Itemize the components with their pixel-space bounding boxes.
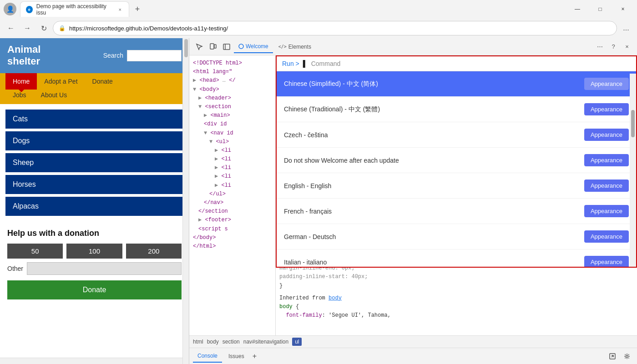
amount-50-button[interactable]: 50 bbox=[7, 244, 63, 259]
appearance-button-french[interactable]: Appearance bbox=[584, 205, 629, 217]
command-item-chinese-traditional[interactable]: Chinese (Traditional) - 中文 (繁體) Appearan… bbox=[277, 97, 636, 122]
breadcrumb-html[interactable]: html bbox=[193, 339, 203, 345]
html-line-ul-close: </ul> bbox=[191, 190, 273, 199]
inspect-element-icon[interactable] bbox=[193, 40, 206, 53]
shelter-nav-row1: Home Adopt a Pet Donate bbox=[0, 73, 189, 90]
other-amount-input[interactable] bbox=[27, 262, 182, 275]
appearance-button-czech[interactable]: Appearance bbox=[584, 129, 629, 141]
more-devtools-options-icon[interactable]: ⋯ bbox=[593, 40, 606, 53]
other-row: Other bbox=[7, 262, 182, 275]
minimize-button[interactable]: — bbox=[567, 1, 588, 17]
edge-logo-icon: e bbox=[26, 6, 33, 13]
nav-home[interactable]: Home bbox=[5, 73, 37, 90]
command-label-chinese-simplified: Chinese (Simplified) - 中文 (简体) bbox=[284, 80, 378, 88]
appearance-button-no-welcome[interactable]: Appearance bbox=[584, 154, 629, 166]
shelter-title: Animal shelter bbox=[7, 44, 40, 68]
address-bar[interactable]: 🔒 https://microsoftedge.github.io/Demos/… bbox=[53, 21, 617, 35]
html-panel: <!DOCTYPE html> <html lang=" ▶ <head> … … bbox=[189, 55, 276, 335]
command-item-english[interactable]: English - English Appearance bbox=[277, 173, 636, 199]
webpage-vertical-scrollbar[interactable] bbox=[182, 38, 189, 364]
console-tab-console[interactable]: Console bbox=[193, 350, 222, 363]
command-item-french[interactable]: French - français Appearance bbox=[277, 199, 636, 224]
nav-about[interactable]: About Us bbox=[34, 90, 75, 100]
active-tab[interactable]: e Demo page with accessibility issu × bbox=[20, 1, 129, 17]
styles-font-family-line: font-family: 'Segoe UI', Tahoma, bbox=[279, 311, 633, 320]
donate-button[interactable]: Donate bbox=[7, 280, 182, 299]
shelter-nav-row2: Jobs About Us bbox=[0, 90, 189, 104]
add-panel-button[interactable]: + bbox=[253, 352, 257, 360]
appearance-button-chinese-simplified[interactable]: Appearance bbox=[584, 78, 629, 90]
sidebar-icon[interactable] bbox=[220, 40, 233, 53]
animal-item-dogs[interactable]: Dogs bbox=[5, 131, 183, 150]
close-window-button[interactable]: × bbox=[612, 1, 633, 17]
help-devtools-icon[interactable]: ? bbox=[607, 40, 620, 53]
command-label-english: English - English bbox=[284, 182, 331, 189]
close-devtools-icon[interactable]: × bbox=[621, 40, 633, 53]
command-item-no-welcome[interactable]: Do not show Welcome after each update Ap… bbox=[277, 148, 636, 173]
amount-200-button[interactable]: 200 bbox=[126, 244, 182, 259]
animal-item-sheep[interactable]: Sheep bbox=[5, 153, 183, 172]
nav-donate[interactable]: Donate bbox=[85, 73, 120, 90]
html-line-body-close: </body> bbox=[191, 234, 273, 242]
command-palette-scrollbar[interactable] bbox=[630, 74, 636, 267]
command-item-italian[interactable]: Italian - italiano Appearance bbox=[277, 249, 636, 267]
more-options-button[interactable]: ... bbox=[619, 21, 633, 35]
close-tab-button[interactable]: × bbox=[116, 6, 123, 13]
styles-body-link[interactable]: body bbox=[329, 295, 342, 301]
nav-bar-right: ... bbox=[619, 21, 633, 35]
breadcrumb-body[interactable]: body bbox=[207, 339, 219, 345]
search-input[interactable] bbox=[127, 50, 182, 61]
command-label-italian: Italian - italiano bbox=[284, 259, 327, 266]
settings-icon[interactable] bbox=[621, 350, 633, 363]
scroll-thumb bbox=[184, 39, 188, 57]
refresh-button[interactable]: ↻ bbox=[36, 21, 51, 35]
styles-inherited-label: Inherited from body bbox=[279, 294, 633, 303]
browser-chrome: 👤 e Demo page with accessibility issu × … bbox=[0, 0, 637, 38]
breadcrumb-nav[interactable]: nav#sitenavigation bbox=[243, 339, 288, 345]
html-line-section: ▼ <section bbox=[191, 103, 273, 111]
breadcrumb-section[interactable]: section bbox=[222, 339, 240, 345]
command-cursor: ▌ bbox=[303, 60, 308, 67]
new-tab-button[interactable]: + bbox=[131, 3, 144, 15]
devtools-bottom: html body section nav#sitenavigation ul … bbox=[189, 335, 637, 364]
console-tab-issues[interactable]: Issues bbox=[224, 350, 249, 362]
html-line-html-close: </html> bbox=[191, 242, 273, 251]
html-line-header: ▶ <header> bbox=[191, 94, 273, 103]
device-toolbar-icon[interactable] bbox=[207, 40, 219, 53]
html-line-doctype: <!DOCTYPE html> bbox=[191, 59, 273, 68]
animal-item-cats[interactable]: Cats bbox=[5, 110, 183, 129]
devtools-tab-welcome[interactable]: Welcome bbox=[234, 40, 273, 53]
search-label: Search bbox=[103, 52, 123, 59]
command-item-german[interactable]: German - Deutsch Appearance bbox=[277, 224, 636, 249]
title-bar-left: 👤 bbox=[4, 3, 16, 15]
svg-rect-2 bbox=[223, 44, 230, 50]
maximize-button[interactable]: □ bbox=[590, 1, 611, 17]
breadcrumb-bar: html body section nav#sitenavigation ul bbox=[189, 336, 637, 348]
html-line-div: <div id bbox=[191, 120, 273, 129]
animal-item-horses[interactable]: Horses bbox=[5, 175, 183, 194]
devtools-toolbar-right: ⋯ ? × bbox=[593, 40, 633, 53]
appearance-button-english[interactable]: Appearance bbox=[584, 180, 629, 192]
forward-button[interactable]: → bbox=[20, 21, 35, 35]
nav-adopt[interactable]: Adopt a Pet bbox=[37, 73, 85, 90]
webpage-horizontal-scrollbar[interactable] bbox=[0, 358, 182, 364]
devtools-tab-elements[interactable]: </> Elements bbox=[274, 41, 316, 53]
undock-icon[interactable] bbox=[606, 350, 619, 363]
svg-point-7 bbox=[626, 355, 628, 357]
user-avatar[interactable]: 👤 bbox=[4, 3, 16, 15]
styles-brace-close: } bbox=[279, 282, 633, 290]
animal-item-alpacas[interactable]: Alpacas bbox=[5, 197, 183, 216]
title-bar: 👤 e Demo page with accessibility issu × … bbox=[0, 0, 637, 18]
command-item-czech[interactable]: Czech - čeština Appearance bbox=[277, 122, 636, 148]
breadcrumb-ul[interactable]: ul bbox=[292, 338, 302, 346]
html-line-ul: ▼ <ul> bbox=[191, 138, 273, 146]
command-item-chinese-simplified[interactable]: Chinese (Simplified) - 中文 (简体) Appearanc… bbox=[277, 71, 636, 97]
window-controls: — □ × bbox=[567, 1, 633, 17]
appearance-button-chinese-traditional[interactable]: Appearance bbox=[584, 103, 629, 115]
amount-100-button[interactable]: 100 bbox=[66, 244, 122, 259]
back-button[interactable]: ← bbox=[4, 21, 18, 35]
appearance-button-italian[interactable]: Appearance bbox=[584, 256, 629, 267]
donation-title: Help us with a donation bbox=[7, 229, 182, 238]
appearance-button-german[interactable]: Appearance bbox=[584, 230, 629, 243]
html-line-main: ▶ <main> bbox=[191, 111, 273, 120]
